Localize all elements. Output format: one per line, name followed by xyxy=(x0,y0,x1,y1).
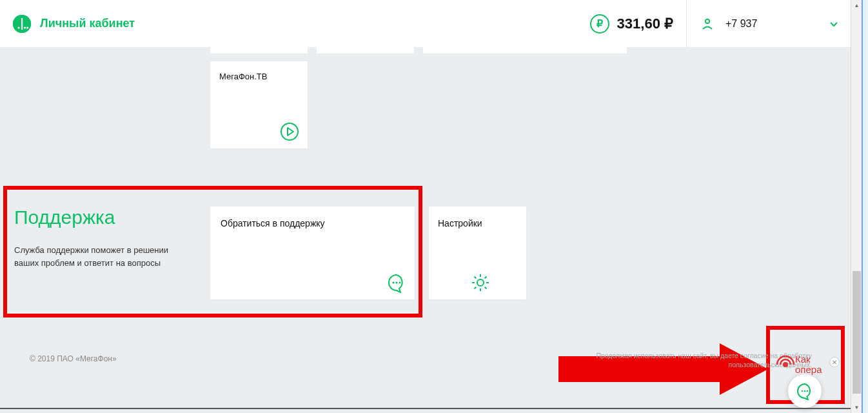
footer-divider xyxy=(0,408,851,409)
svg-point-5 xyxy=(26,26,28,28)
footer-consent-line2: пользовательских данных. xyxy=(729,361,812,368)
svg-point-8 xyxy=(392,281,394,283)
balance-block[interactable]: ₽ 331,60 ₽ xyxy=(590,0,673,47)
svg-point-17 xyxy=(802,390,804,392)
section-description: Служба поддержки поможет в решении ваших… xyxy=(14,244,195,269)
play-icon xyxy=(279,121,300,142)
card-settings[interactable]: Настройки xyxy=(429,206,526,299)
card-stub xyxy=(423,47,627,54)
page-title: Личный кабинет xyxy=(40,17,135,30)
chat-icon xyxy=(386,272,407,293)
app-viewport: Личный кабинет ₽ 331,60 ₽ +7 937 МегаФон… xyxy=(0,0,851,413)
svg-point-10 xyxy=(399,281,400,283)
card-label: Настройки xyxy=(438,218,517,228)
vertical-scrollbar[interactable]: ▲ ▼ xyxy=(851,0,862,413)
footer-consent: Продолжая использовать наш сайт, вы дает… xyxy=(596,352,812,369)
svg-point-11 xyxy=(477,279,484,286)
scroll-up-button[interactable]: ▲ xyxy=(851,0,862,11)
balance-value: 331,60 ₽ xyxy=(617,15,673,32)
chat-fab-button[interactable] xyxy=(788,374,822,408)
header-bar: Личный кабинет ₽ 331,60 ₽ +7 937 xyxy=(0,0,851,47)
svg-point-4 xyxy=(24,26,26,28)
gear-icon xyxy=(470,272,491,293)
close-icon[interactable]: ✕ xyxy=(829,357,840,367)
scroll-thumb[interactable] xyxy=(853,271,861,394)
megafon-logo-icon xyxy=(13,15,31,33)
svg-point-7 xyxy=(281,123,298,140)
footer-consent-line1: Продолжая использовать наш сайт, вы дает… xyxy=(596,352,812,359)
window-edge xyxy=(862,0,868,413)
card-stub xyxy=(317,47,414,54)
user-icon xyxy=(701,17,714,30)
card-label: МегаФон.ТВ xyxy=(219,72,299,81)
chevron-down-icon xyxy=(830,19,838,29)
card-megafon-tv[interactable]: МегаФон.ТВ xyxy=(210,61,308,148)
svg-point-9 xyxy=(395,281,397,283)
footer-copyright: © 2019 ПАО «МегаФон» xyxy=(30,354,117,363)
card-label: Обратиться в поддержку xyxy=(221,218,404,228)
ruble-icon: ₽ xyxy=(590,14,609,34)
account-dropdown[interactable]: +7 937 xyxy=(686,0,851,47)
card-stub xyxy=(210,47,308,54)
scroll-down-button[interactable]: ▼ xyxy=(851,402,862,413)
phone-number: +7 937 xyxy=(725,18,830,30)
card-contact-support[interactable]: Обратиться в поддержку xyxy=(210,206,415,299)
section-heading: Поддержка xyxy=(14,206,115,228)
svg-point-2 xyxy=(17,26,19,28)
svg-point-18 xyxy=(804,390,806,392)
svg-point-19 xyxy=(807,390,809,392)
svg-point-6 xyxy=(705,19,709,23)
